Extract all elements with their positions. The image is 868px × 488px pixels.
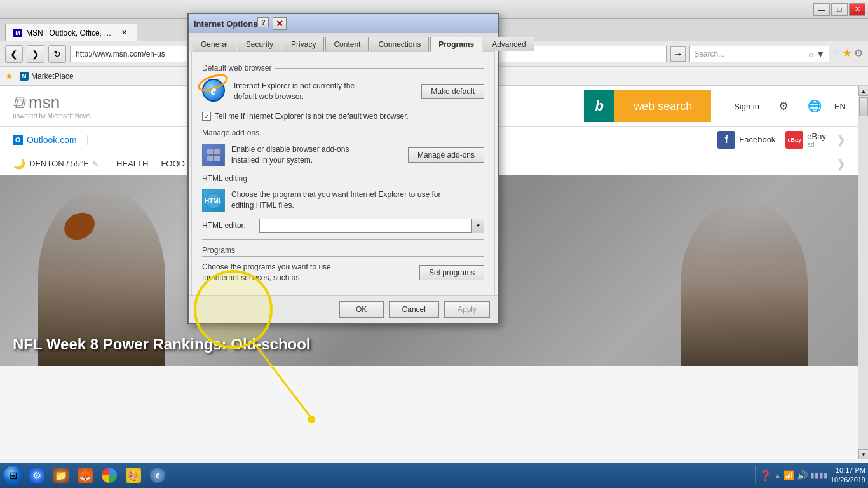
manage-addons-section-header: Manage add-ons (202, 128, 484, 137)
programs-description: Choose the programs you want to use for … (202, 262, 413, 283)
programs-section-label: Programs (202, 246, 484, 257)
section-divider-3 (251, 179, 484, 179)
tab-privacy[interactable]: Privacy (283, 37, 324, 51)
programs-row: Choose the programs you want to use for … (202, 262, 484, 283)
programs-label-text: Programs (202, 246, 235, 255)
html-editing-description: Choose the program that you want Interne… (231, 189, 484, 211)
html-icon: HTML (202, 189, 225, 212)
dialog-titlebar: Internet Options ? ✕ (189, 14, 498, 33)
html-editor-select[interactable] (259, 219, 484, 233)
html-editor-row: HTML editor: ▼ (202, 219, 484, 233)
addons-icon (202, 144, 225, 166)
tell-me-label: Tell me if Internet Explorer is not the … (215, 112, 409, 121)
dialog-title-text: Internet Options (194, 19, 257, 29)
tab-advanced[interactable]: Advanced (484, 37, 534, 51)
manage-addons-row: Enable or disable browser add-ons instal… (202, 144, 484, 166)
default-browser-row: e Internet Explorer is not currently the… (202, 79, 484, 104)
tell-me-checkbox-row: ✓ Tell me if Internet Explorer is not th… (202, 112, 484, 121)
tab-connections[interactable]: Connections (370, 37, 429, 51)
cancel-button[interactable]: Cancel (389, 301, 439, 318)
make-default-button[interactable]: Make default (421, 84, 484, 99)
dialog-content-area: Default web browser e Internet Explorer … (191, 51, 495, 295)
tab-programs[interactable]: Programs (430, 37, 482, 52)
dialog-tabs: General Security Privacy Content Connect… (189, 33, 498, 51)
svg-text:HTML: HTML (205, 198, 222, 205)
manage-addons-button[interactable]: Manage add-ons (408, 147, 484, 163)
dialog-close-button[interactable]: ✕ (273, 17, 287, 30)
tell-me-checkbox[interactable]: ✓ (202, 112, 211, 121)
html-editor-select-wrapper: ▼ (259, 219, 484, 233)
svg-rect-0 (207, 149, 213, 154)
programs-section-header (202, 239, 484, 240)
section-divider-4 (202, 239, 484, 240)
section-divider-2 (263, 133, 484, 133)
manage-addons-title: Manage add-ons (202, 128, 263, 137)
tab-content[interactable]: Content (325, 37, 369, 51)
ok-button[interactable]: OK (339, 301, 384, 318)
apply-button[interactable]: Apply (444, 301, 490, 318)
dialog-help-button[interactable]: ? (257, 17, 269, 27)
ie-e-letter: e (211, 83, 217, 98)
tab-general[interactable]: General (193, 37, 236, 51)
dialog-titlebar-buttons: ? ✕ (257, 17, 287, 30)
svg-rect-2 (207, 156, 213, 161)
html-editing-title: HTML editing (202, 174, 251, 183)
html-editor-label: HTML editor: (202, 221, 253, 230)
manage-addons-description: Enable or disable browser add-ons instal… (231, 144, 402, 166)
svg-rect-1 (214, 149, 220, 154)
default-browser-title: Default web browser (202, 64, 275, 72)
ie-logo-container: e (202, 79, 227, 104)
html-editing-row: HTML Choose the program that you want In… (202, 189, 484, 212)
internet-options-dialog: Internet Options ? ✕ General Security Pr… (187, 13, 499, 324)
default-browser-section-header: Default web browser (202, 64, 484, 72)
dialog-overlay: Internet Options ? ✕ General Security Pr… (0, 0, 868, 488)
tab-security[interactable]: Security (238, 37, 281, 51)
dialog-footer: OK Cancel Apply (189, 295, 498, 323)
section-divider-1 (275, 68, 484, 69)
svg-rect-3 (214, 156, 220, 161)
html-editing-section-header: HTML editing (202, 174, 484, 183)
default-browser-description: Internet Explorer is not currently the d… (234, 81, 415, 102)
set-programs-button[interactable]: Set programs (419, 265, 484, 280)
